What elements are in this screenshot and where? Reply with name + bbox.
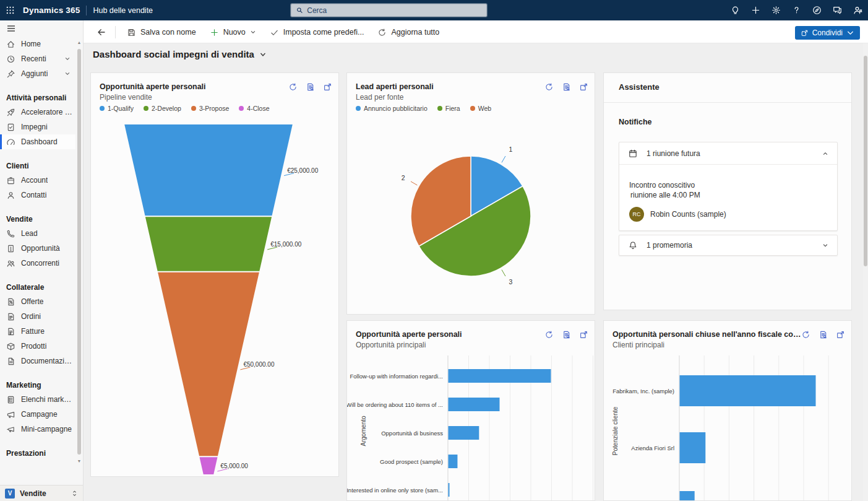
- dashboard-gauge-icon: [6, 137, 15, 147]
- refresh-chart-icon[interactable]: [544, 82, 554, 92]
- chart-subtitle: Pipeline vendite: [100, 93, 152, 102]
- waffle-app-launcher-icon[interactable]: [0, 0, 20, 20]
- scroll-up-arrow[interactable]: ▲: [77, 40, 82, 45]
- view-records-icon[interactable]: [306, 82, 315, 92]
- global-search-box[interactable]: [291, 4, 487, 17]
- area-switcher-vendite[interactable]: V Vendite: [0, 485, 83, 501]
- lightbulb-icon[interactable]: [725, 0, 746, 20]
- save-as-icon: [127, 28, 136, 37]
- chevron-down-icon: [250, 29, 256, 35]
- sidebar-item-opportunit[interactable]: Opportunità: [0, 241, 75, 256]
- chart-subtitle: Lead per fonte: [356, 93, 403, 102]
- assistant-title: Assistente: [619, 82, 660, 92]
- expand-chart-icon[interactable]: [579, 82, 588, 92]
- svg-text:Good prospect (sample): Good prospect (sample): [380, 458, 443, 465]
- sidebar-item-aggiunti[interactable]: Aggiunti: [0, 66, 75, 81]
- sidebar-item-home[interactable]: Home: [0, 37, 75, 51]
- chevron-down-icon[interactable]: [822, 242, 828, 248]
- view-records-icon[interactable]: [819, 330, 828, 339]
- person-flag-icon[interactable]: [848, 0, 868, 20]
- sidebar-item-documentazione[interactable]: Documentazione ...: [0, 354, 75, 368]
- sidebar-scrollbar[interactable]: ▲ ▼: [76, 20, 82, 485]
- scroll-down-arrow[interactable]: ▼: [77, 459, 82, 464]
- sidebar-item-elenchi-marketing[interactable]: Elenchi marketing: [0, 392, 75, 407]
- svg-text:Interested in online only stor: Interested in online only store (sam...: [347, 487, 443, 494]
- sidebar-item-impegni[interactable]: Impegni: [0, 120, 75, 134]
- view-records-icon[interactable]: [562, 330, 571, 339]
- compass-icon[interactable]: [807, 0, 827, 20]
- marketing-list-icon: [6, 395, 15, 404]
- sidebar-item-campagne[interactable]: Campagne: [0, 407, 75, 422]
- expand-chart-icon[interactable]: [323, 82, 332, 92]
- search-input[interactable]: [307, 6, 482, 15]
- view-records-icon[interactable]: [562, 82, 571, 92]
- svg-text:Fabrikam, Inc. (sample): Fabrikam, Inc. (sample): [612, 388, 674, 394]
- refresh-chart-icon[interactable]: [801, 330, 810, 339]
- notification-card-meeting: 1 riunione futura Incontro conoscitivo r…: [619, 142, 838, 231]
- sidebar-item-prodotti[interactable]: Prodotti: [0, 339, 75, 354]
- chevron-down-icon: [64, 56, 71, 62]
- sidebar-section-label: Vendite: [0, 203, 75, 226]
- sidebar-item-dashboard[interactable]: Dashboard: [0, 134, 75, 149]
- set-as-default-button[interactable]: Imposta come predefi...: [264, 24, 371, 41]
- expand-chart-icon[interactable]: [836, 330, 845, 339]
- feedback-icon[interactable]: [827, 0, 848, 20]
- sidebar-section-label: Collaterale: [0, 271, 75, 294]
- help-icon[interactable]: [786, 0, 807, 20]
- sidebar-item-contatti[interactable]: Contatti: [0, 188, 75, 203]
- save-as-button[interactable]: Salva con nome: [121, 24, 202, 41]
- top-opportunities-bar-chart[interactable]: Follow-up with information regardi...Wil…: [347, 352, 595, 501]
- back-button[interactable]: [93, 24, 110, 41]
- leads-by-source-pie-chart[interactable]: 132: [347, 135, 595, 311]
- brand-logo[interactable]: Dynamics 365: [23, 6, 80, 15]
- sidebar-section-label: Marketing: [0, 368, 75, 392]
- svg-text:2: 2: [402, 174, 405, 181]
- svg-text:Will be ordering about 110 ite: Will be ordering about 110 items of ...: [347, 401, 443, 408]
- sidebar-item-recenti[interactable]: Recenti: [0, 51, 75, 66]
- reminder-card-header[interactable]: 1 promemoria: [619, 235, 837, 255]
- meeting-card-header[interactable]: 1 riunione futura: [619, 142, 837, 165]
- sidebar-item-lead[interactable]: Lead: [0, 226, 75, 241]
- legend-item: Annuncio pubblicitario: [356, 105, 428, 112]
- reminder-card-label: 1 promemoria: [647, 241, 692, 250]
- panel-title: Opportunità personali chiuse nell'anno f…: [612, 330, 801, 339]
- expand-chart-icon[interactable]: [579, 330, 588, 339]
- pipeline-funnel-chart[interactable]: €25,000.00€15,000.00€50,000.00€5,000.00: [91, 116, 338, 477]
- refresh-all-button[interactable]: Aggiorna tutto: [371, 24, 445, 41]
- sidebar-item-offerte[interactable]: Offerte: [0, 294, 75, 309]
- page-scroll-thumb[interactable]: [864, 56, 867, 266]
- sidebar-item-account[interactable]: Account: [0, 173, 75, 188]
- share-button[interactable]: Condividi: [795, 26, 860, 40]
- sidebar-scroll-thumb[interactable]: [77, 49, 81, 455]
- legend-item: Fiera: [437, 105, 460, 112]
- legend-item: 4-Close: [239, 105, 269, 112]
- svg-text:Opportunità di business: Opportunità di business: [381, 430, 443, 437]
- tasks-icon: [6, 123, 15, 132]
- sidebar-item-ordini[interactable]: Ordini: [0, 309, 75, 324]
- sidebar-item-concorrenti[interactable]: Concorrenti: [0, 256, 75, 271]
- plus-icon[interactable]: [746, 0, 766, 20]
- sidebar-item-fatture[interactable]: Fatture: [0, 324, 75, 339]
- legend-item: Web: [470, 105, 491, 112]
- svg-text:Follow-up with information reg: Follow-up with information regardi...: [350, 373, 443, 380]
- new-button[interactable]: Nuovo: [204, 24, 262, 41]
- app-name[interactable]: Hub delle vendite: [93, 6, 153, 15]
- settings-gear-icon[interactable]: [766, 0, 786, 20]
- panel-title: Opportunità aperte personali: [100, 82, 206, 91]
- panel-leads-pie: Lead aperti personali Lead per fonte Ann…: [346, 72, 595, 315]
- share-icon: [801, 29, 809, 37]
- refresh-chart-icon[interactable]: [288, 82, 298, 92]
- sidebar-item-mini-campagne[interactable]: Mini-campagne: [0, 422, 75, 437]
- meeting-person[interactable]: RC Robin Counts (sample): [629, 207, 827, 222]
- area-initial-tile: V: [5, 489, 15, 499]
- top-customers-bar-chart[interactable]: Fabrikam, Inc. (sample)Azienda Fiori Srl…: [604, 352, 851, 501]
- refresh-chart-icon[interactable]: [544, 330, 554, 339]
- chart-subtitle: Opportunità principali: [356, 341, 426, 349]
- dashboard-title-selector[interactable]: Dashboard social impegni di vendita: [93, 49, 267, 59]
- sidebar-item-acceleratore-delle[interactable]: Acceleratore delle...: [0, 105, 75, 120]
- chevron-up-icon[interactable]: [822, 150, 828, 157]
- panel-assistant: Assistente Notifiche 1 riunione futura I…: [603, 72, 852, 310]
- page-scrollbar[interactable]: [863, 43, 868, 501]
- sidebar-section-label: Attività personali: [0, 81, 75, 105]
- hamburger-menu-icon[interactable]: [0, 20, 83, 37]
